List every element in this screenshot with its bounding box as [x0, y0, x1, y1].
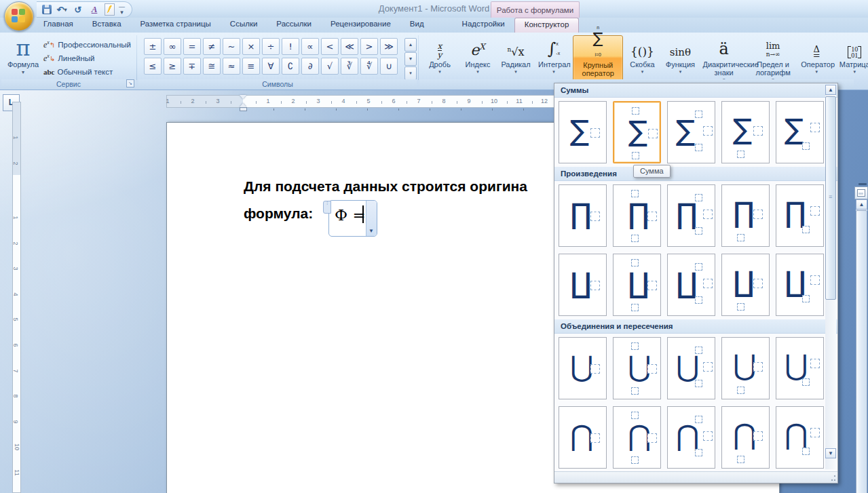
structure-script-button[interactable]: eXИндекс▾: [459, 35, 497, 81]
symbols-more-icon[interactable]: ▾: [404, 66, 417, 80]
tab-надстройки[interactable]: Надстройки: [453, 18, 514, 33]
gallery-item-above-below[interactable]: ⋂: [613, 406, 661, 469]
gallery-scrollbar[interactable]: ▲ ▼: [825, 85, 836, 469]
gallery-item-below[interactable]: ⋂: [721, 406, 770, 469]
mode-linear-icon[interactable]: ex↳Линейный: [43, 52, 94, 64]
split-handle[interactable]: [858, 183, 867, 185]
tab-главная[interactable]: Главная: [34, 18, 83, 33]
symbol-button[interactable]: ~: [223, 38, 240, 55]
symbols-scroll-down[interactable]: ▼: [404, 52, 417, 66]
gallery-item-plain[interactable]: ⋂: [559, 406, 607, 469]
structure-operator-button[interactable]: Δ=Оператор▾: [797, 35, 835, 81]
symbol-button[interactable]: ∂: [301, 58, 319, 75]
symbols-scroll-up[interactable]: ▲: [404, 38, 417, 52]
formula-button[interactable]: π Формула ▾: [5, 37, 41, 80]
dialog-launcher-icon[interactable]: ↘: [126, 79, 134, 87]
symbol-button[interactable]: >: [360, 38, 378, 55]
structure-matrix-button[interactable]: 1001Матрица▾: [835, 35, 868, 81]
ruler-toggle-button[interactable]: [854, 186, 868, 199]
symbol-button[interactable]: <: [321, 38, 339, 55]
professional-icon: ex↰: [43, 39, 55, 50]
equation-grip-icon[interactable]: ⋮: [323, 201, 331, 214]
symbol-button[interactable]: ≥: [164, 58, 181, 75]
tab-ссылки[interactable]: Ссылки: [221, 18, 267, 33]
symbol-button[interactable]: ±: [144, 38, 162, 55]
scroll-up-icon[interactable]: ▲: [856, 199, 867, 210]
gallery-item-super-sub[interactable]: ∑: [667, 101, 715, 163]
tab-рецензирование[interactable]: Рецензирование: [321, 18, 400, 33]
gallery-item-plain[interactable]: ⋃: [559, 337, 607, 399]
gallery-item-above-below[interactable]: ∐: [613, 254, 661, 316]
gallery-item-sub[interactable]: ∏: [776, 184, 824, 247]
large-operator-gallery: Суммы∑∑∑∑∑Произведения∏∏∏∏∏∐∐∐∐∐Объедине…: [554, 83, 838, 484]
symbol-button[interactable]: !: [282, 38, 299, 55]
symbol-button[interactable]: ∀: [262, 58, 280, 75]
scrollbar-thumb[interactable]: [856, 210, 867, 493]
scroll-up-icon[interactable]: ▲: [825, 85, 836, 95]
symbol-button[interactable]: ≫: [380, 38, 398, 55]
symbol-button[interactable]: ∓: [183, 58, 201, 75]
office-button[interactable]: [4, 1, 34, 31]
tab-вставка[interactable]: Вставка: [83, 18, 131, 33]
gallery-item-sub[interactable]: ∑: [776, 101, 824, 163]
equation-dropdown-strip[interactable]: ▼: [366, 201, 377, 236]
scrollbar-thumb[interactable]: [825, 96, 836, 300]
symbol-button[interactable]: ≠: [203, 38, 221, 55]
structure-function-button[interactable]: sinθФункция▾: [661, 35, 699, 81]
gallery-item-below[interactable]: ∐: [721, 254, 770, 316]
mode-plain-text-icon[interactable]: abcОбычный текст: [43, 65, 113, 78]
scroll-down-icon[interactable]: ▼: [825, 448, 836, 458]
symbol-button[interactable]: ∞: [164, 38, 181, 55]
vertical-ruler[interactable]: 123456789101121: [12, 102, 21, 493]
gallery-item-above-below[interactable]: ∏: [613, 184, 661, 247]
gallery-item-below[interactable]: ∑: [721, 101, 770, 163]
structure-radical-button[interactable]: n√xРадикал▾: [497, 35, 535, 81]
gallery-item-super-sub[interactable]: ⋂: [667, 406, 715, 469]
gallery-item-super-sub[interactable]: ∏: [667, 184, 715, 247]
equation-container[interactable]: ⋮ Ф = ▼: [328, 200, 377, 237]
structure-accent-button[interactable]: äДиакритические знаки▾: [699, 35, 748, 81]
gallery-item-sub[interactable]: ∐: [776, 254, 824, 316]
tab-вид[interactable]: Вид: [400, 18, 434, 33]
vertical-scrollbar[interactable]: ▲: [856, 199, 867, 493]
symbol-button[interactable]: ∪: [380, 58, 398, 75]
mode-professional-icon[interactable]: ex↰Профессиональный: [43, 38, 131, 51]
gallery-item-above-below[interactable]: ∑: [613, 101, 661, 163]
gallery-item-plain[interactable]: ∏: [559, 184, 607, 247]
gallery-item-super-sub[interactable]: ⋃: [667, 337, 715, 399]
symbol-button[interactable]: ∜: [360, 58, 378, 75]
structure-large-operator-button[interactable]: n∑i=0Крупный оператор▾: [573, 35, 623, 81]
symbol-button[interactable]: ≡: [242, 58, 260, 75]
symbol-button[interactable]: =: [183, 38, 201, 55]
gallery-item-super-sub[interactable]: ∐: [667, 254, 715, 316]
symbol-button[interactable]: ≪: [341, 38, 358, 55]
tab-рассылки[interactable]: Рассылки: [267, 18, 321, 33]
gallery-item-sub[interactable]: ⋃: [776, 337, 824, 399]
symbol-button[interactable]: ×: [242, 38, 260, 55]
symbol-button[interactable]: √: [321, 58, 339, 75]
gallery-item-above-below[interactable]: ⋃: [613, 337, 661, 399]
tab-разметка страницы[interactable]: Разметка страницы: [131, 18, 221, 33]
resize-grip-icon[interactable]: [829, 475, 836, 481]
tab-конструктор[interactable]: Конструктор: [514, 18, 580, 33]
symbol-button[interactable]: ≅: [203, 58, 221, 75]
structure-bracket-button[interactable]: {()}Скобка▾: [623, 35, 661, 81]
placeholder-box: [737, 387, 744, 394]
gallery-item-sub[interactable]: ⋂: [776, 406, 824, 469]
indent-markers[interactable]: [239, 95, 247, 109]
placeholder-box: [590, 281, 600, 290]
symbol-button[interactable]: ∁: [282, 58, 299, 75]
symbol-button[interactable]: ≤: [144, 58, 162, 75]
gallery-item-below[interactable]: ∏: [721, 184, 770, 247]
ruler-number: 3: [12, 267, 19, 271]
symbol-button[interactable]: ∛: [341, 58, 358, 75]
gallery-item-below[interactable]: ⋃: [721, 337, 770, 399]
structure-fraction-button[interactable]: xyДробь▾: [421, 35, 459, 81]
structure-limit-button[interactable]: limn→∞Предел и логарифм▾: [749, 35, 797, 81]
symbol-button[interactable]: ≈: [223, 58, 240, 75]
symbol-button[interactable]: ∝: [301, 38, 319, 55]
structure-integral-button[interactable]: ∫x-xИнтеграл▾: [535, 35, 573, 81]
gallery-item-plain[interactable]: ∑: [559, 101, 607, 163]
symbol-button[interactable]: ÷: [262, 38, 280, 55]
gallery-item-plain[interactable]: ∐: [559, 254, 607, 316]
